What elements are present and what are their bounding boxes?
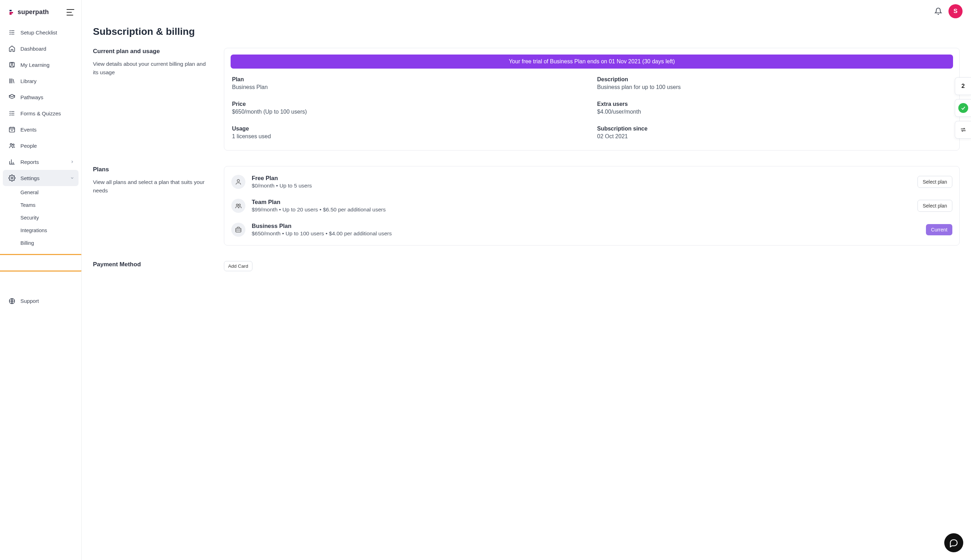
brand-logo[interactable]: superpath	[8, 8, 49, 16]
settings-sub-integrations[interactable]: Integrations	[20, 224, 79, 237]
plan-name: Free Plan	[252, 175, 911, 182]
sidebar-item-label: My Learning	[20, 62, 50, 68]
section-heading-usage: Current plan and usage	[93, 48, 213, 55]
sidebar-nav: Setup Checklist Dashboard My Learning Li…	[0, 22, 81, 290]
chevron-down-icon	[70, 176, 74, 180]
sidebar-item-label: Dashboard	[20, 46, 46, 52]
forms-icon	[8, 110, 15, 117]
section-heading-plans: Plans	[93, 166, 213, 173]
avatar[interactable]: S	[948, 4, 963, 18]
svg-point-0	[11, 63, 13, 64]
select-plan-button[interactable]: Select plan	[918, 200, 953, 212]
sidebar-item-label: Settings	[20, 175, 39, 181]
topbar: S	[82, 0, 971, 23]
sidebar-item-label: Library	[20, 78, 37, 84]
since-label: Subscription since	[597, 126, 952, 132]
menu-toggle-icon[interactable]	[67, 9, 74, 15]
sidebar-item-label: Forms & Quizzes	[20, 110, 61, 117]
sidebar-item-label: Setup Checklist	[20, 30, 57, 35]
sidebar-item-library[interactable]: Library	[3, 73, 79, 89]
plan-row-business: Business Plan $650/month • Up to 100 use…	[231, 218, 953, 242]
select-plan-button[interactable]: Select plan	[918, 176, 953, 188]
plan-line: $650/month • Up to 100 users • $4.00 per…	[252, 230, 919, 237]
usage-value: 1 licenses used	[232, 133, 587, 140]
swap-icon	[960, 126, 967, 133]
bar-chart-icon	[8, 158, 15, 165]
plans-card: Free Plan $0/month • Up to 5 users Selec…	[224, 166, 960, 245]
svg-point-7	[237, 179, 240, 182]
sidebar-item-label: People	[20, 143, 37, 149]
plan-row-team: Team Plan $99/month • Up to 20 users • $…	[231, 194, 953, 218]
plan-name: Team Plan	[252, 199, 911, 205]
chat-fab[interactable]	[944, 533, 963, 552]
sidebar-item-setup-checklist[interactable]: Setup Checklist	[3, 24, 79, 40]
settings-sub-teams[interactable]: Teams	[20, 199, 79, 212]
svg-point-9	[239, 204, 241, 206]
usage-label: Usage	[232, 126, 587, 132]
section-heading-payment: Payment Method	[93, 261, 213, 268]
sidebar-item-label: Support	[20, 298, 39, 304]
avatar-initial: S	[953, 8, 957, 15]
team-icon	[231, 199, 246, 213]
sidebar-item-dashboard[interactable]: Dashboard	[3, 40, 79, 57]
svg-point-5	[11, 177, 13, 179]
description-value: Business plan for up to 100 users	[597, 84, 952, 90]
trial-banner: Your free trial of Business Plan ends on…	[231, 55, 953, 68]
price-value: $650/month (Up to 100 users)	[232, 109, 587, 115]
settings-sub-billing[interactable]: Billing	[20, 237, 79, 249]
chevron-right-icon	[70, 160, 74, 164]
people-icon	[8, 142, 15, 149]
extra-users-label: Extra users	[597, 101, 952, 107]
float-widgets: 2	[955, 77, 971, 138]
float-tab-swap[interactable]	[955, 121, 971, 138]
current-plan-card: Your free trial of Business Plan ends on…	[224, 48, 960, 150]
sidebar-item-pathways[interactable]: Pathways	[3, 89, 79, 105]
briefcase-icon	[231, 223, 246, 237]
price-label: Price	[232, 101, 587, 107]
brand-name: superpath	[18, 8, 49, 16]
home-icon	[8, 45, 15, 52]
sidebar-item-support[interactable]: Support	[3, 293, 79, 309]
bell-icon[interactable]	[934, 7, 942, 15]
checklist-icon	[8, 29, 15, 36]
extra-users-value: $4.00/user/month	[597, 109, 952, 115]
learning-icon	[8, 61, 15, 68]
current-plan-badge: Current	[926, 224, 953, 235]
plan-value: Business Plan	[232, 84, 587, 90]
pathways-icon	[8, 93, 15, 101]
plan-name: Business Plan	[252, 223, 919, 229]
settings-submenu: General Teams Security Integrations Bill…	[3, 186, 79, 249]
chat-icon	[949, 538, 958, 547]
sidebar-item-label: Pathways	[20, 94, 43, 100]
plan-row-free: Free Plan $0/month • Up to 5 users Selec…	[231, 170, 953, 194]
sidebar-item-people[interactable]: People	[3, 138, 79, 154]
svg-point-4	[13, 144, 14, 145]
sidebar-item-events[interactable]: Events	[3, 122, 79, 138]
sidebar-item-settings[interactable]: Settings	[3, 170, 79, 186]
calendar-icon	[8, 126, 15, 133]
plan-label: Plan	[232, 76, 587, 83]
float-tab-number[interactable]: 2	[955, 77, 971, 95]
section-desc-usage: View details about your current billing …	[93, 60, 213, 77]
user-icon	[231, 175, 246, 189]
float-tab-check[interactable]	[955, 99, 971, 117]
settings-sub-general[interactable]: General	[20, 186, 79, 199]
svg-point-8	[236, 204, 238, 206]
sidebar-item-my-learning[interactable]: My Learning	[3, 57, 79, 73]
plan-line: $99/month • Up to 20 users • $6.50 per a…	[252, 207, 911, 213]
sidebar-item-forms-quizzes[interactable]: Forms & Quizzes	[3, 105, 79, 122]
sidebar: superpath Setup Checklist Dashboard	[0, 0, 82, 560]
library-icon	[8, 77, 15, 84]
since-value: 02 Oct 2021	[597, 133, 952, 140]
add-card-button[interactable]: Add Card	[224, 261, 252, 271]
settings-sub-security[interactable]: Security	[20, 212, 79, 224]
plan-line: $0/month • Up to 5 users	[252, 183, 911, 189]
svg-point-3	[10, 143, 12, 145]
section-desc-plans: View all plans and select a plan that su…	[93, 178, 213, 195]
brand-mark-icon	[8, 9, 15, 16]
check-icon	[958, 103, 968, 113]
sidebar-item-reports[interactable]: Reports	[3, 154, 79, 170]
main-area: S Subscription & billing Current plan an…	[82, 0, 971, 560]
gear-icon	[8, 175, 15, 182]
globe-icon	[8, 298, 15, 305]
